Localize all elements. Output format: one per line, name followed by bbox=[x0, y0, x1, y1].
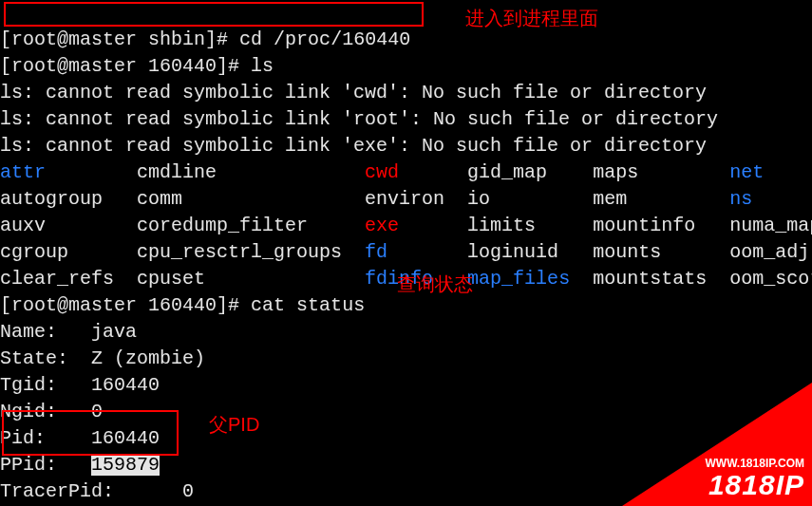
status-name: Name: java bbox=[0, 321, 137, 343]
command-3[interactable]: cat status bbox=[251, 294, 365, 316]
highlight-box-ppid bbox=[2, 410, 179, 456]
watermark-logo: WWW.1818IP.COM 1818IP bbox=[706, 457, 804, 500]
annotation-enter-process: 进入到进程里面 bbox=[465, 6, 598, 31]
prompt-3[interactable]: [root@master 160440]# cat status bbox=[0, 294, 365, 316]
prompt-2[interactable]: [root@master 160440]# ls bbox=[0, 55, 274, 77]
ls-error-1: ls: cannot read symbolic link 'cwd': No … bbox=[0, 82, 707, 103]
ppid-value: 159879 bbox=[91, 454, 160, 476]
ls-error-2: ls: cannot read symbolic link 'root': No… bbox=[0, 108, 718, 130]
annotation-parent-pid: 父PID bbox=[209, 412, 259, 438]
watermark-brand: 1818IP bbox=[706, 470, 804, 500]
prompt-1[interactable]: [root@master shbin]# cd /proc/160440 bbox=[0, 28, 410, 50]
ls-row-1: autogroup comm environ io mem ns bbox=[0, 188, 812, 210]
command-2[interactable]: ls bbox=[251, 55, 274, 77]
ls-row-0: attr cmdline cwd gid_map maps net bbox=[0, 161, 812, 183]
command-1[interactable]: cd /proc/160440 bbox=[239, 28, 410, 50]
highlight-box-command-1 bbox=[4, 2, 424, 27]
status-ppid: PPid: 159879 bbox=[0, 454, 160, 476]
status-tracerpid: TracerPid: 0 bbox=[0, 480, 194, 502]
ls-row-3: cgroup cpu_resctrl_groups fd loginuid mo… bbox=[0, 241, 812, 263]
status-state: State: Z (zombie) bbox=[0, 347, 205, 369]
watermark-url: WWW.1818IP.COM bbox=[706, 457, 804, 470]
ls-row-2: auxv coredump_filter exe limits mountinf… bbox=[0, 215, 812, 236]
status-tgid: Tgid: 160440 bbox=[0, 374, 160, 396]
ls-error-3: ls: cannot read symbolic link 'exe': No … bbox=[0, 135, 707, 157]
annotation-query-status: 查询状态 bbox=[397, 272, 473, 297]
